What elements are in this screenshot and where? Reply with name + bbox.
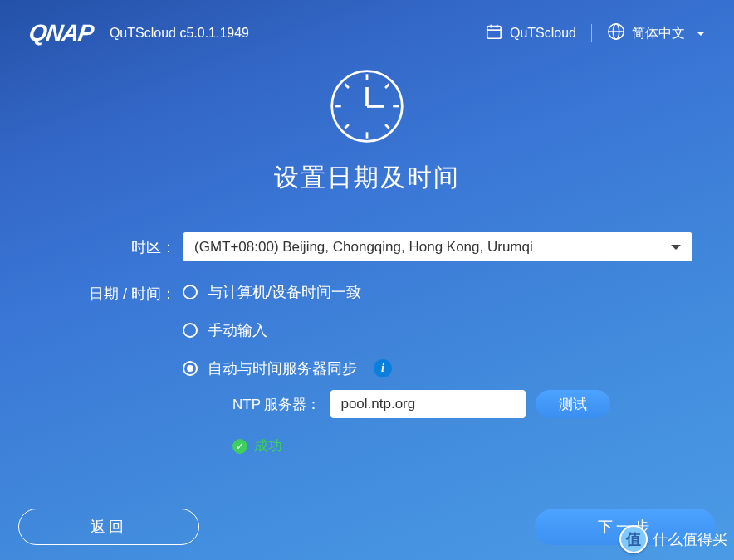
page-title: 设置日期及时间 [0, 161, 734, 195]
watermark-badge: 值 [619, 525, 648, 553]
radio-label: 自动与时间服务器同步 [208, 358, 357, 378]
radio-icon [183, 323, 198, 338]
radio-group: 与计算机/设备时间一致 手动输入 自动与时间服务器同步 i NTP 服务器： 测… [183, 282, 692, 455]
timezone-value: (GMT+08:00) Beijing, Chongqing, Hong Kon… [183, 232, 692, 261]
radio-label: 手动输入 [208, 320, 267, 340]
radio-label: 与计算机/设备时间一致 [208, 282, 361, 302]
calendar-icon [485, 22, 503, 44]
svg-rect-0 [487, 27, 502, 39]
product-link[interactable]: QuTScloud [485, 22, 576, 44]
language-dropdown[interactable]: 简体中文 [607, 22, 705, 44]
svg-line-13 [385, 124, 389, 129]
timezone-label: 时区： [42, 237, 183, 257]
timezone-select[interactable]: (GMT+08:00) Beijing, Chongqing, Hong Kon… [183, 232, 692, 261]
radio-icon [183, 285, 198, 299]
radio-sync-device[interactable]: 与计算机/设备时间一致 [183, 282, 692, 302]
test-button[interactable]: 测试 [536, 390, 610, 418]
check-icon: ✓ [232, 439, 247, 454]
datetime-row: 日期 / 时间： 与计算机/设备时间一致 手动输入 自动与时间服务器同步 i N… [42, 282, 692, 455]
ntp-row: NTP 服务器： 测试 [232, 390, 692, 418]
ntp-server-label: NTP 服务器： [232, 395, 321, 414]
radio-icon [183, 361, 198, 376]
globe-icon [607, 22, 625, 44]
back-button[interactable]: 返回 [18, 509, 199, 545]
language-label: 简体中文 [632, 25, 685, 42]
svg-line-14 [345, 124, 349, 129]
product-link-label: QuTScloud [510, 26, 576, 41]
status-row: ✓ 成功 [232, 436, 692, 455]
clock-icon [0, 68, 734, 144]
timezone-row: 时区： (GMT+08:00) Beijing, Chongqing, Hong… [42, 232, 692, 261]
chevron-down-icon [671, 245, 681, 250]
version-text: QuTScloud c5.0.1.1949 [110, 26, 249, 41]
svg-line-12 [345, 84, 349, 88]
header-right: QuTScloud 简体中文 [485, 22, 705, 44]
ntp-server-input[interactable] [330, 390, 526, 418]
info-icon[interactable]: i [374, 359, 392, 377]
header-separator [591, 24, 592, 42]
watermark-text: 什么值得买 [653, 529, 727, 549]
datetime-label: 日期 / 时间： [42, 282, 183, 304]
watermark: 值 什么值得买 [619, 525, 727, 553]
header: QNAP QuTScloud c5.0.1.1949 QuTScloud 简体中… [0, 0, 734, 50]
status-text: 成功 [254, 436, 282, 455]
radio-ntp-sync[interactable]: 自动与时间服务器同步 i [183, 358, 692, 378]
datetime-form: 时区： (GMT+08:00) Beijing, Chongqing, Hong… [0, 232, 734, 455]
chevron-down-icon [697, 32, 705, 36]
svg-line-15 [385, 84, 389, 88]
radio-manual[interactable]: 手动输入 [183, 320, 692, 340]
brand-logo: QNAP [27, 20, 95, 46]
